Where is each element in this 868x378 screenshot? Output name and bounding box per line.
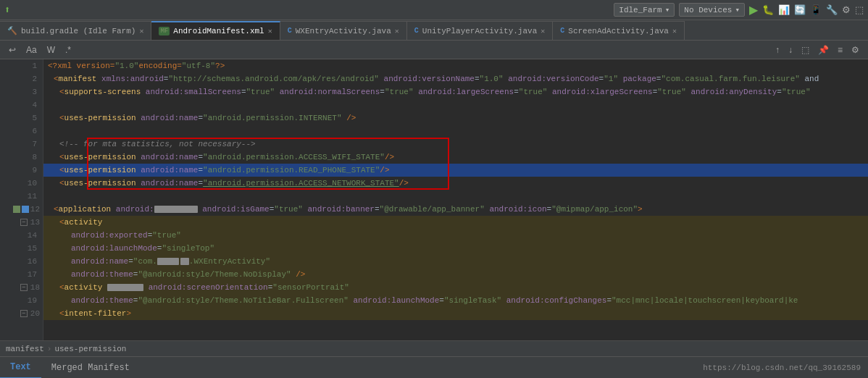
status-url: https://blog.csdn.net/qq_39162589 bbox=[703, 364, 868, 372]
tab-unityplayer[interactable]: C UnityPlayerActivity.java ✕ bbox=[407, 21, 553, 40]
words-button[interactable]: W bbox=[44, 44, 58, 56]
code-line-18: <activity android:screenOrientation="sen… bbox=[43, 281, 868, 294]
line-numbers: 1 2 3 4 5 6 7 8 9 10 11 12 −13 14 15 16 … bbox=[0, 59, 43, 340]
code-line-14: android:exported="true" bbox=[43, 229, 868, 242]
settings-button[interactable]: ⚙ bbox=[842, 4, 851, 15]
code-line-8: <uses-permission android:name="android.p… bbox=[43, 151, 868, 164]
line-num-14: 14 bbox=[0, 229, 43, 242]
layout-button[interactable]: ⬚ bbox=[855, 4, 864, 15]
case-sensitive-button[interactable]: Aa bbox=[23, 44, 40, 56]
close-icon[interactable]: ✕ bbox=[395, 27, 399, 35]
line-num-4: 4 bbox=[0, 98, 43, 112]
line-num-8: 8 bbox=[0, 151, 43, 164]
code-line-3: <supports-screens android:smallScreens="… bbox=[43, 85, 868, 98]
editor-toolbar-right: ↑ ↓ ⬚ 📌 ≡ ⚙ bbox=[772, 44, 862, 56]
code-line-6 bbox=[43, 125, 868, 138]
code-line-10: <uses-permission android:name="android.p… bbox=[43, 177, 868, 190]
tab-build-gradle[interactable]: 🔨 build.gradle (Idle Farm) ✕ bbox=[0, 21, 151, 40]
fold-icon-20[interactable]: − bbox=[20, 310, 28, 317]
code-line-19: android:theme="@android:style/Theme.NoTi… bbox=[43, 294, 868, 307]
status-bar: Text Merged Manifest https://blog.csdn.n… bbox=[0, 356, 868, 378]
code-line-20: <intent-filter> bbox=[43, 307, 868, 320]
line-num-20: −20 bbox=[0, 307, 43, 320]
tab-label: ScreenAdActivity.java bbox=[568, 27, 669, 35]
tab-label: build.gradle (Idle Farm) bbox=[21, 27, 135, 35]
avd-button[interactable]: 📱 bbox=[810, 4, 822, 15]
close-icon[interactable]: ✕ bbox=[139, 27, 143, 35]
line-num-2: 2 bbox=[0, 72, 43, 85]
merged-manifest-tab-label: Merged Manifest bbox=[51, 363, 130, 373]
idle-farm-label: Idle_Farm bbox=[619, 6, 662, 14]
tab-label: AndroidManifest.xml bbox=[173, 27, 264, 35]
code-content: <?xml version="1.0" encoding="utf-8"?> <… bbox=[43, 59, 868, 340]
close-icon[interactable]: ✕ bbox=[541, 27, 545, 35]
gradle-icon: 🔨 bbox=[7, 26, 17, 35]
manifest-icon: MF bbox=[159, 27, 170, 35]
java-icon: C bbox=[288, 27, 292, 35]
tab-label: UnityPlayerActivity.java bbox=[422, 27, 537, 35]
code-line-17: android:theme="@android:style/Theme.NoDi… bbox=[43, 268, 868, 281]
status-tab-merged-manifest[interactable]: Merged Manifest bbox=[41, 357, 140, 379]
line-num-7: 7 bbox=[0, 138, 43, 151]
toolbar-right: Idle_Farm ▾ No Devices ▾ ▶ 🐛 📊 🔄 📱 🔧 ⚙ ⬚ bbox=[614, 3, 864, 17]
line-num-5: 5 bbox=[0, 112, 43, 125]
filter-icon[interactable]: ≡ bbox=[835, 44, 846, 56]
breadcrumb-manifest: manifest bbox=[6, 345, 44, 353]
move-down-button[interactable]: ↓ bbox=[785, 44, 796, 56]
tab-wxentry[interactable]: C WXEntryActivity.java ✕ bbox=[280, 21, 407, 40]
select-all-button[interactable]: ⬚ bbox=[798, 44, 812, 56]
status-tab-text[interactable]: Text bbox=[0, 357, 41, 379]
line-num-16: 16 bbox=[0, 255, 43, 268]
code-line-15: android:launchMode="singleTop" bbox=[43, 242, 868, 255]
top-toolbar: ⬆ Idle_Farm ▾ No Devices ▾ ▶ 🐛 📊 🔄 📱 🔧 ⚙… bbox=[0, 0, 868, 20]
editor-wrapper: 1 2 3 4 5 6 7 8 9 10 11 12 −13 14 15 16 … bbox=[0, 59, 868, 340]
code-line-7: <!-- for mta statistics, not necessary--… bbox=[43, 138, 868, 151]
java-icon3: C bbox=[560, 27, 564, 35]
code-line-2: <manifest xmlns:android="http://schemas.… bbox=[43, 72, 868, 85]
breadcrumb-uses-permission: uses-permission bbox=[54, 345, 126, 353]
line-num-1: 1 bbox=[0, 59, 43, 72]
tab-label: WXEntryActivity.java bbox=[296, 27, 391, 35]
undo-button[interactable]: ↩ bbox=[6, 44, 19, 56]
close-icon[interactable]: ✕ bbox=[268, 27, 272, 35]
run-button[interactable]: ▶ bbox=[749, 3, 758, 17]
java-icon2: C bbox=[414, 27, 419, 35]
no-devices-dropdown[interactable]: No Devices ▾ bbox=[679, 3, 745, 17]
line-num-10: 10 bbox=[0, 177, 43, 190]
code-line-1: <?xml version="1.0" encoding="utf-8"?> bbox=[43, 59, 868, 72]
tab-android-manifest[interactable]: MF AndroidManifest.xml ✕ bbox=[151, 21, 280, 40]
no-devices-label: No Devices bbox=[684, 6, 732, 14]
move-up-button[interactable]: ↑ bbox=[772, 44, 783, 56]
url-text: https://blog.csdn.net/qq_39162589 bbox=[703, 364, 861, 372]
tab-bar: 🔨 build.gradle (Idle Farm) ✕ MF AndroidM… bbox=[0, 20, 868, 41]
breadcrumb-sep: › bbox=[47, 345, 52, 353]
fold-icon-13[interactable]: − bbox=[20, 219, 28, 226]
debug-button[interactable]: 🐛 bbox=[762, 4, 774, 15]
toolbar-icons-left: ⬆ bbox=[4, 4, 10, 16]
profile-button[interactable]: 📊 bbox=[778, 4, 790, 15]
sync-button[interactable]: 🔄 bbox=[794, 4, 806, 15]
code-line-4 bbox=[43, 98, 868, 112]
text-tab-label: Text bbox=[10, 362, 31, 372]
line-num-11: 11 bbox=[0, 190, 43, 203]
regex-button[interactable]: .* bbox=[62, 44, 74, 56]
line-num-3: 3 bbox=[0, 85, 43, 98]
line-num-9: 9 bbox=[0, 164, 43, 177]
line-num-13: −13 bbox=[0, 216, 43, 229]
line-num-15: 15 bbox=[0, 242, 43, 255]
close-icon[interactable]: ✕ bbox=[672, 27, 677, 35]
line-num-19: 19 bbox=[0, 294, 43, 307]
line-num-6: 6 bbox=[0, 125, 43, 138]
code-line-13: <activity bbox=[43, 216, 868, 229]
sdk-button[interactable]: 🔧 bbox=[826, 4, 838, 15]
idle-farm-dropdown[interactable]: Idle_Farm ▾ bbox=[614, 3, 675, 17]
code-line-9: <uses-permission android:name="android.p… bbox=[43, 164, 868, 177]
breadcrumb-bar: manifest › uses-permission bbox=[0, 340, 868, 356]
tab-screenad[interactable]: C ScreenAdActivity.java ✕ bbox=[553, 21, 685, 40]
code-line-5: <uses-permission android:name="android.p… bbox=[43, 112, 868, 125]
pin-button[interactable]: 📌 bbox=[815, 44, 832, 56]
settings2-button[interactable]: ⚙ bbox=[848, 44, 862, 56]
line-num-12: 12 bbox=[0, 203, 43, 216]
fold-icon-18[interactable]: − bbox=[20, 284, 28, 291]
line-num-17: 17 bbox=[0, 268, 43, 281]
